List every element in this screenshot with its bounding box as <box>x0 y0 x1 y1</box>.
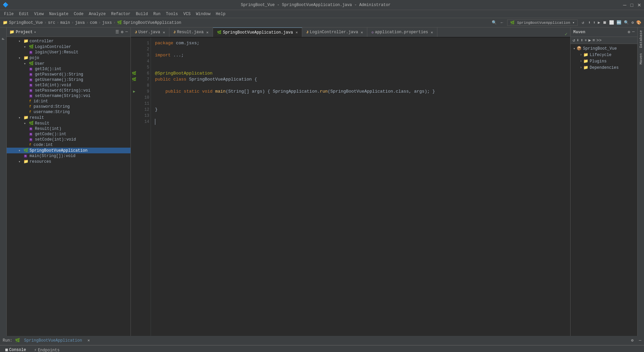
tab-close-appprops[interactable]: ✕ <box>431 30 433 35</box>
method-icon: m <box>29 133 33 136</box>
maven-item-plugins[interactable]: › 📁 Plugins <box>572 58 636 64</box>
toolbar-refresh[interactable]: ↺ <box>582 20 584 25</box>
tree-item-result-class[interactable]: ▾ 🌿 Result <box>7 120 130 126</box>
tree-item-result-ctor[interactable]: m Result(int) <box>7 126 130 132</box>
menu-file[interactable]: File <box>1 11 16 17</box>
menu-analyze[interactable]: Analyze <box>86 11 108 17</box>
endpoints-tab[interactable]: ⚡ Endpoints <box>32 347 62 352</box>
menu-build[interactable]: Build <box>133 11 151 17</box>
maximize-button[interactable]: □ <box>631 2 633 8</box>
tab-appprops[interactable]: ⚙ application.properties ✕ <box>367 28 437 37</box>
maven-item-root[interactable]: ▾ 📦 SpringBoot_Vue <box>572 45 636 52</box>
tree-item-main-method[interactable]: m main(String[]):void <box>7 153 130 159</box>
run-close-btn[interactable]: ✕ <box>88 338 90 343</box>
bc-jsxs[interactable]: jsxs <box>102 20 112 25</box>
tree-item-springbootvueapp[interactable]: ▾ 🌿 SpringBootVueApplication <box>7 148 130 153</box>
run-minimize-btn[interactable]: ─ <box>639 338 641 343</box>
tab-springbootvueapp[interactable]: 🌿 SpringBootVueApplication.java ✕ <box>213 28 302 37</box>
maven-item-lifecycle[interactable]: › 📁 Lifecycle <box>572 52 636 58</box>
menu-view[interactable]: View <box>32 11 47 17</box>
toolbar-search-icon[interactable]: 🔍 <box>492 20 497 25</box>
tree-item-resources[interactable]: ▾ 📁 resources <box>7 159 130 164</box>
tab-close-logincontroller[interactable]: ✕ <box>361 30 363 35</box>
tree-item-setcode[interactable]: m setCode(int):void <box>7 137 130 142</box>
bc-main[interactable]: main <box>60 20 70 25</box>
tree-item-getid[interactable]: m getId():int <box>7 66 130 72</box>
run-settings-icon[interactable]: ⚙ <box>631 338 634 343</box>
maven-minimize-btn[interactable]: ─ <box>632 30 635 35</box>
menu-run[interactable]: Run <box>151 11 163 17</box>
tab-close-result[interactable]: ✕ <box>206 30 209 35</box>
close-button[interactable]: ✕ <box>637 2 641 8</box>
project-dropdown-icon[interactable]: ▾ <box>34 30 36 34</box>
props-icon: ⚙ <box>371 30 374 35</box>
bc-src[interactable]: src <box>48 20 55 25</box>
code-editor: 🌿 🌿 ▶ 1 2 3 4 5 6 7 8 9 10 11 12 13 14 <box>131 38 570 336</box>
maven-menu-btn[interactable]: ≡ <box>592 38 595 43</box>
tree-item-code-field[interactable]: f code:int <box>7 142 130 148</box>
tree-arrow: ▾ <box>18 160 22 164</box>
run-app-name[interactable]: SpringBootVueApplication <box>24 338 82 343</box>
maven-settings-btn[interactable]: ⚙ <box>628 30 630 35</box>
tree-item-setid[interactable]: m setId(int):void <box>7 83 130 88</box>
menu-refactor[interactable]: Refactor <box>108 11 133 17</box>
maven-refresh-btn[interactable]: ↺ <box>573 38 575 43</box>
menu-vcs[interactable]: VCS <box>181 11 194 17</box>
menu-help[interactable]: Help <box>213 11 228 17</box>
bc-springboot-vue[interactable]: SpringBoot_Vue <box>9 20 43 25</box>
maven-item-dependencies[interactable]: › 📁 Dependencies <box>572 64 636 71</box>
tree-item-id-field[interactable]: f id:int <box>7 99 130 104</box>
tree-item-pojo[interactable]: ▾ 📁 pojo <box>7 55 130 61</box>
code-content[interactable]: package com.jsxs; import ...; @SpringBoo… <box>151 38 570 336</box>
tree-item-login-method[interactable]: m login(User):Result <box>7 50 130 55</box>
tree-item-username-field[interactable]: f username:String <box>7 109 130 115</box>
maven-root-label: SpringBoot_Vue <box>583 46 617 51</box>
maven-upload-btn[interactable]: ⬆ <box>581 38 583 43</box>
left-edge-project[interactable]: P <box>1 38 5 40</box>
tree-item-user[interactable]: ▾ 🌿 User <box>7 61 130 66</box>
tree-item-controller[interactable]: ▾ 📁 controller <box>7 38 130 44</box>
spring-boot-app-selector[interactable]: 🌿 SpringBootVueApplication ▾ <box>507 19 578 26</box>
tree-label: setUsername(String):voi <box>35 94 91 98</box>
minimize-panel-btn[interactable]: ─ <box>125 30 128 35</box>
tree-item-setpassword[interactable]: m setPassword(String):voi <box>7 88 130 93</box>
gutter-9: ▶ <box>131 89 138 95</box>
maven-add-btn[interactable]: + <box>584 38 587 43</box>
menu-edit[interactable]: Edit <box>16 11 32 17</box>
maven-download-btn[interactable]: ⬇ <box>577 38 579 43</box>
console-tab[interactable]: ▦ Console <box>3 347 29 352</box>
menu-navigate[interactable]: Navigate <box>46 11 71 17</box>
bc-class[interactable]: SpringBootVueApplication <box>123 20 181 25</box>
database-tab[interactable]: Database <box>638 28 644 51</box>
menu-window[interactable]: Window <box>193 11 213 17</box>
console-tab-label: Console <box>9 348 26 352</box>
minimize-button[interactable]: ─ <box>623 2 627 8</box>
code-line-9: public static void main(String[] args) {… <box>155 89 566 95</box>
tab-close-user[interactable]: ✕ <box>163 30 165 35</box>
tree-item-password-field[interactable]: f password:String <box>7 104 130 109</box>
settings-btn[interactable]: ⚙ <box>121 30 123 35</box>
maven-arrow-dependencies: › <box>580 66 582 69</box>
tree-item-result-folder[interactable]: ▾ 📁 result <box>7 115 130 120</box>
tree-item-getcode[interactable]: m getCode():int <box>7 132 130 137</box>
toolbar-nav-back[interactable]: ← <box>501 20 503 25</box>
menu-tools[interactable]: Tools <box>163 11 181 17</box>
bc-java[interactable]: java <box>75 20 85 25</box>
tree-item-logincontroller[interactable]: ▾ 🌿 LoginController <box>7 44 130 50</box>
tree-item-getpassword[interactable]: m getPassword():String <box>7 72 130 77</box>
maven-more-btn[interactable]: >> <box>596 38 602 43</box>
tab-logincontroller[interactable]: J LoginController.java ✕ <box>302 28 367 37</box>
tab-user[interactable]: J User.java ✕ <box>131 28 169 37</box>
tree-item-setusername[interactable]: m setUsername(String):voi <box>7 93 130 99</box>
method-icon: m <box>29 78 33 82</box>
tab-result[interactable]: J Result.java ✕ <box>169 28 213 37</box>
bc-project-icon: 📁 <box>3 20 8 25</box>
toolbar-icons[interactable]: ⬇ ⬆ ▶ ⏹ ⬜ 🔤 🔍 ⚙ 🎨 <box>588 20 641 25</box>
tree-item-getusername[interactable]: m getUsername():String <box>7 77 130 83</box>
bc-com[interactable]: com <box>90 20 97 25</box>
maven-edge-tab[interactable]: Maven <box>638 51 644 67</box>
maven-run-btn[interactable]: ▶ <box>588 38 591 43</box>
menu-code[interactable]: Code <box>71 11 86 17</box>
tab-close-springbootvueapp[interactable]: ✕ <box>296 30 298 35</box>
collapse-all-btn[interactable]: ☰ <box>115 30 119 35</box>
